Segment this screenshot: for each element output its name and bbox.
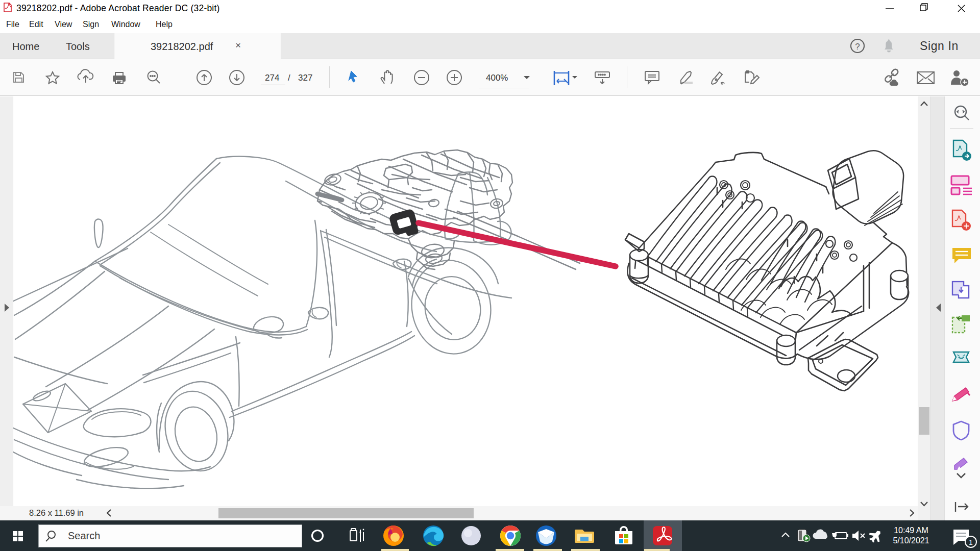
svg-text:1: 1 xyxy=(969,538,973,546)
svg-text:?: ? xyxy=(855,42,860,52)
